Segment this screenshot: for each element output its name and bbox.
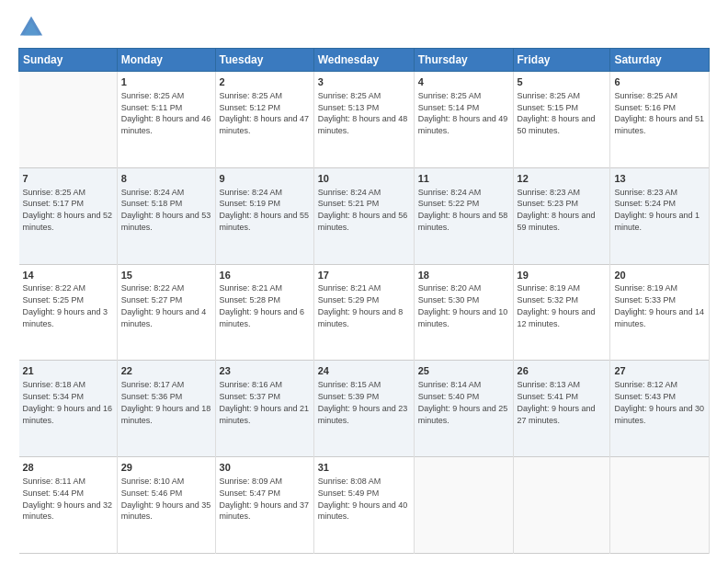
calendar-cell: 24Sunrise: 8:15 AMSunset: 5:39 PMDayligh… bbox=[313, 361, 414, 457]
calendar-cell: 5Sunrise: 8:25 AMSunset: 5:15 PMDaylight… bbox=[513, 72, 610, 168]
calendar-cell: 21Sunrise: 8:18 AMSunset: 5:34 PMDayligh… bbox=[19, 361, 118, 457]
calendar-cell: 29Sunrise: 8:10 AMSunset: 5:46 PMDayligh… bbox=[117, 457, 215, 554]
calendar-cell: 31Sunrise: 8:08 AMSunset: 5:49 PMDayligh… bbox=[313, 457, 414, 554]
calendar-cell: 18Sunrise: 8:20 AMSunset: 5:30 PMDayligh… bbox=[414, 264, 513, 361]
day-info: Sunrise: 8:24 AMSunset: 5:22 PMDaylight:… bbox=[418, 188, 508, 232]
calendar-cell: 7Sunrise: 8:25 AMSunset: 5:17 PMDaylight… bbox=[19, 167, 118, 264]
weekday-header-monday: Monday bbox=[117, 49, 215, 72]
weekday-header-saturday: Saturday bbox=[610, 49, 710, 72]
day-number: 18 bbox=[418, 269, 509, 282]
calendar-cell: 17Sunrise: 8:21 AMSunset: 5:29 PMDayligh… bbox=[313, 264, 414, 361]
weekday-header-wednesday: Wednesday bbox=[313, 49, 414, 72]
day-info: Sunrise: 8:12 AMSunset: 5:43 PMDaylight:… bbox=[614, 380, 704, 424]
calendar-cell: 15Sunrise: 8:22 AMSunset: 5:27 PMDayligh… bbox=[117, 264, 215, 361]
day-number: 16 bbox=[220, 269, 310, 282]
day-info: Sunrise: 8:23 AMSunset: 5:24 PMDaylight:… bbox=[614, 188, 700, 232]
day-info: Sunrise: 8:22 AMSunset: 5:25 PMDaylight:… bbox=[23, 283, 108, 327]
day-info: Sunrise: 8:25 AMSunset: 5:12 PMDaylight:… bbox=[220, 91, 310, 135]
calendar-cell: 22Sunrise: 8:17 AMSunset: 5:36 PMDayligh… bbox=[117, 361, 215, 457]
calendar-cell: 27Sunrise: 8:12 AMSunset: 5:43 PMDayligh… bbox=[610, 361, 710, 457]
day-info: Sunrise: 8:24 AMSunset: 5:18 PMDaylight:… bbox=[121, 188, 211, 232]
day-info: Sunrise: 8:11 AMSunset: 5:44 PMDaylight:… bbox=[23, 477, 113, 521]
calendar-cell bbox=[414, 457, 513, 554]
weekday-header-friday: Friday bbox=[513, 49, 610, 72]
day-number: 12 bbox=[518, 172, 607, 186]
calendar-cell: 10Sunrise: 8:24 AMSunset: 5:21 PMDayligh… bbox=[313, 167, 414, 264]
day-number: 4 bbox=[418, 75, 509, 89]
day-info: Sunrise: 8:24 AMSunset: 5:21 PMDaylight:… bbox=[318, 188, 408, 232]
header bbox=[18, 15, 710, 40]
day-number: 29 bbox=[121, 461, 211, 475]
day-number: 24 bbox=[318, 364, 410, 378]
calendar-cell: 11Sunrise: 8:24 AMSunset: 5:22 PMDayligh… bbox=[414, 167, 513, 264]
day-info: Sunrise: 8:25 AMSunset: 5:14 PMDaylight:… bbox=[418, 91, 508, 135]
calendar-cell bbox=[19, 72, 118, 168]
day-info: Sunrise: 8:25 AMSunset: 5:11 PMDaylight:… bbox=[121, 91, 211, 135]
day-number: 14 bbox=[23, 269, 113, 282]
week-row-4: 21Sunrise: 8:18 AMSunset: 5:34 PMDayligh… bbox=[19, 361, 710, 457]
calendar-cell: 19Sunrise: 8:19 AMSunset: 5:32 PMDayligh… bbox=[513, 264, 610, 361]
calendar-cell: 28Sunrise: 8:11 AMSunset: 5:44 PMDayligh… bbox=[19, 457, 118, 554]
day-info: Sunrise: 8:25 AMSunset: 5:17 PMDaylight:… bbox=[23, 188, 113, 232]
day-number: 22 bbox=[121, 364, 211, 378]
day-info: Sunrise: 8:23 AMSunset: 5:23 PMDaylight:… bbox=[518, 188, 596, 232]
day-number: 11 bbox=[418, 172, 509, 186]
logo bbox=[18, 15, 48, 40]
calendar-cell: 8Sunrise: 8:24 AMSunset: 5:18 PMDaylight… bbox=[117, 167, 215, 264]
day-number: 19 bbox=[518, 269, 607, 282]
day-info: Sunrise: 8:14 AMSunset: 5:40 PMDaylight:… bbox=[418, 380, 508, 424]
day-number: 17 bbox=[318, 269, 410, 282]
weekday-header-tuesday: Tuesday bbox=[215, 49, 313, 72]
logo-icon bbox=[18, 15, 44, 40]
weekday-header-row: SundayMondayTuesdayWednesdayThursdayFrid… bbox=[19, 49, 710, 72]
day-info: Sunrise: 8:16 AMSunset: 5:37 PMDaylight:… bbox=[220, 380, 310, 424]
day-number: 1 bbox=[121, 75, 211, 89]
day-info: Sunrise: 8:25 AMSunset: 5:16 PMDaylight:… bbox=[614, 91, 704, 135]
week-row-3: 14Sunrise: 8:22 AMSunset: 5:25 PMDayligh… bbox=[19, 264, 710, 361]
calendar-cell: 16Sunrise: 8:21 AMSunset: 5:28 PMDayligh… bbox=[215, 264, 313, 361]
page: SundayMondayTuesdayWednesdayThursdayFrid… bbox=[0, 0, 728, 563]
calendar-cell: 30Sunrise: 8:09 AMSunset: 5:47 PMDayligh… bbox=[215, 457, 313, 554]
day-number: 13 bbox=[614, 172, 705, 186]
calendar-cell: 4Sunrise: 8:25 AMSunset: 5:14 PMDaylight… bbox=[414, 72, 513, 168]
week-row-5: 28Sunrise: 8:11 AMSunset: 5:44 PMDayligh… bbox=[19, 457, 710, 554]
calendar-table: SundayMondayTuesdayWednesdayThursdayFrid… bbox=[18, 48, 710, 554]
calendar-cell: 9Sunrise: 8:24 AMSunset: 5:19 PMDaylight… bbox=[215, 167, 313, 264]
day-info: Sunrise: 8:09 AMSunset: 5:47 PMDaylight:… bbox=[220, 477, 310, 521]
day-number: 2 bbox=[220, 75, 310, 89]
day-info: Sunrise: 8:13 AMSunset: 5:41 PMDaylight:… bbox=[518, 380, 596, 424]
calendar-cell bbox=[513, 457, 610, 554]
day-number: 8 bbox=[121, 172, 211, 186]
calendar-cell: 13Sunrise: 8:23 AMSunset: 5:24 PMDayligh… bbox=[610, 167, 710, 264]
week-row-2: 7Sunrise: 8:25 AMSunset: 5:17 PMDaylight… bbox=[19, 167, 710, 264]
day-number: 6 bbox=[614, 75, 705, 89]
calendar-cell: 2Sunrise: 8:25 AMSunset: 5:12 PMDaylight… bbox=[215, 72, 313, 168]
day-number: 26 bbox=[518, 364, 607, 378]
calendar-cell: 1Sunrise: 8:25 AMSunset: 5:11 PMDaylight… bbox=[117, 72, 215, 168]
day-info: Sunrise: 8:17 AMSunset: 5:36 PMDaylight:… bbox=[121, 380, 211, 424]
day-number: 27 bbox=[614, 364, 705, 378]
day-info: Sunrise: 8:24 AMSunset: 5:19 PMDaylight:… bbox=[220, 188, 310, 232]
day-info: Sunrise: 8:15 AMSunset: 5:39 PMDaylight:… bbox=[318, 380, 408, 424]
day-number: 31 bbox=[318, 461, 410, 475]
day-number: 9 bbox=[220, 172, 310, 186]
day-info: Sunrise: 8:22 AMSunset: 5:27 PMDaylight:… bbox=[121, 283, 207, 327]
day-number: 10 bbox=[318, 172, 410, 186]
weekday-header-thursday: Thursday bbox=[414, 49, 513, 72]
day-info: Sunrise: 8:21 AMSunset: 5:28 PMDaylight:… bbox=[220, 283, 305, 327]
week-row-1: 1Sunrise: 8:25 AMSunset: 5:11 PMDaylight… bbox=[19, 72, 710, 168]
day-info: Sunrise: 8:18 AMSunset: 5:34 PMDaylight:… bbox=[23, 380, 113, 424]
day-number: 15 bbox=[121, 269, 211, 282]
day-info: Sunrise: 8:10 AMSunset: 5:46 PMDaylight:… bbox=[121, 477, 211, 521]
day-info: Sunrise: 8:19 AMSunset: 5:33 PMDaylight:… bbox=[614, 283, 704, 327]
calendar-cell: 12Sunrise: 8:23 AMSunset: 5:23 PMDayligh… bbox=[513, 167, 610, 264]
calendar-cell bbox=[610, 457, 710, 554]
day-info: Sunrise: 8:19 AMSunset: 5:32 PMDaylight:… bbox=[518, 283, 596, 327]
calendar-cell: 25Sunrise: 8:14 AMSunset: 5:40 PMDayligh… bbox=[414, 361, 513, 457]
weekday-header-sunday: Sunday bbox=[19, 49, 118, 72]
day-number: 25 bbox=[418, 364, 509, 378]
day-number: 21 bbox=[23, 364, 113, 378]
calendar-cell: 6Sunrise: 8:25 AMSunset: 5:16 PMDaylight… bbox=[610, 72, 710, 168]
day-number: 30 bbox=[220, 461, 310, 475]
day-info: Sunrise: 8:25 AMSunset: 5:15 PMDaylight:… bbox=[518, 91, 596, 135]
